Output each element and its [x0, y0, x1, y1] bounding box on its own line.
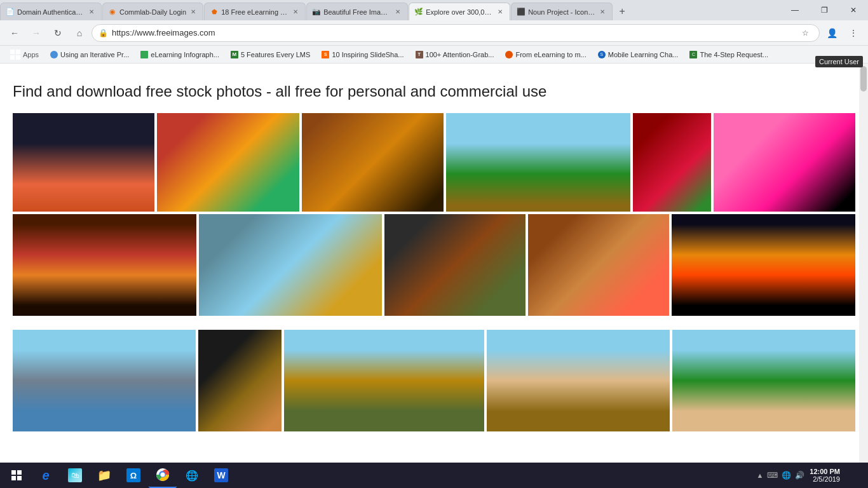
address-bar[interactable]: 🔒 https://www.freeimages.com ☆ [92, 24, 820, 42]
bookmark-4step[interactable]: C The 4-Step Request... [684, 48, 773, 62]
lock-icon: 🔒 [98, 29, 108, 37]
forward-button[interactable]: → [27, 24, 46, 43]
tab-favicon-4: 📷 [312, 8, 321, 17]
photo-tractor[interactable] [446, 113, 630, 212]
bookmark-elearning2[interactable]: From eLearning to m... [500, 48, 591, 62]
show-desktop-button[interactable] [845, 463, 860, 488]
photo-food-plate[interactable] [384, 214, 526, 327]
taskbar: e 🛍 📁 Ω 🌐 W ▲ ⌨ 🌐 🔊 [0, 463, 868, 488]
tab-domain-auth[interactable]: 📄 Domain Authentication ✕ [0, 3, 102, 20]
bookmark-label-4: 5 Features Every LMS [241, 51, 310, 58]
photo-city[interactable] [284, 330, 484, 435]
bookmark-features[interactable]: M 5 Features Every LMS [226, 48, 315, 62]
title-bar: 📄 Domain Authentication ✕ ◉ Commlab-Dail… [0, 0, 868, 20]
photo-img-4 [446, 113, 630, 212]
photo-row-3 [13, 330, 855, 435]
taskbar-start-button[interactable] [3, 463, 31, 488]
new-tab-button[interactable]: + [613, 3, 631, 20]
tab-favicon-2: ◉ [108, 8, 117, 17]
page-heading: Find and download free stock photos - al… [13, 83, 855, 100]
tab-freeimages[interactable]: 🌿 Explore over 300,000 fre... ✕ [409, 3, 510, 20]
photo-beach[interactable] [672, 330, 855, 435]
minimize-button[interactable]: — [780, 0, 810, 20]
photo-img-9 [384, 214, 526, 316]
explorer-icon: 📁 [97, 468, 112, 483]
svg-point-2 [161, 473, 165, 477]
photo-mountain[interactable] [13, 330, 196, 435]
bookmark-apps[interactable]: Apps [5, 48, 44, 62]
bookmark-label-7: From eLearning to m... [515, 51, 586, 58]
main-content: Find and download free stock photos - al… [0, 64, 868, 463]
ie-icon: e [38, 468, 53, 483]
bookmark-label-3: eLearning Infograph... [151, 51, 219, 58]
bookmark-iterative[interactable]: Using an Iterative Pr... [45, 48, 134, 62]
bookmark-favicon-5: S [322, 51, 329, 58]
taskbar-chrome[interactable] [149, 463, 177, 488]
photo-water-splash[interactable] [199, 214, 383, 327]
bookmark-attention[interactable]: T 100+ Attention-Grab... [410, 48, 499, 62]
photo-img-15 [487, 330, 670, 431]
scrollbar[interactable] [859, 64, 868, 463]
current-user-tooltip: Current User [815, 56, 863, 67]
tray-arrow[interactable]: ▲ [756, 471, 763, 479]
tab-favicon-1: 📄 [6, 8, 15, 17]
photo-tulip[interactable] [633, 113, 711, 212]
photo-candle-apple[interactable] [198, 330, 281, 435]
bookmark-slideshare[interactable]: S 10 Inspiring SlideSha... [316, 48, 409, 62]
bookmark-elearning[interactable]: eLearning Infograph... [135, 48, 224, 62]
tab-title-3: 18 Free eLearning and C... [221, 8, 288, 16]
bookmark-favicon-2 [50, 51, 58, 58]
tab-favicon-3: ⬟ [210, 8, 219, 17]
url-text: https://www.freeimages.com [112, 28, 794, 37]
tab-title-6: Noun Project - Icons for... [528, 8, 595, 16]
bookmark-star-button[interactable]: ☆ [797, 25, 813, 41]
tab-favicon-6: ⬛ [517, 8, 526, 17]
photo-sunset-water[interactable] [13, 113, 154, 212]
clock-time: 12:00 PM [810, 468, 840, 475]
nav-bar: ← → ↻ ⌂ 🔒 https://www.freeimages.com ☆ 👤… [0, 20, 868, 46]
tab-commlab[interactable]: ◉ Commlab-Daily Login ✕ [102, 3, 203, 20]
back-button[interactable]: ← [5, 24, 24, 43]
tab-close-3[interactable]: ✕ [291, 8, 300, 17]
refresh-button[interactable]: ↻ [48, 24, 67, 43]
tab-noun[interactable]: ⬛ Noun Project - Icons for... ✕ [511, 3, 613, 20]
photo-img-1 [13, 113, 154, 212]
photo-row-2 [13, 214, 855, 327]
taskbar-word[interactable]: W [207, 463, 235, 488]
tab-title-4: Beautiful Free Images &... [323, 8, 391, 16]
bookmark-label-8: Mobile Learning Cha... [608, 51, 679, 58]
taskbar-outlook[interactable]: Ω [119, 463, 147, 488]
profile-button[interactable]: 👤 [822, 24, 841, 43]
home-button[interactable]: ⌂ [70, 24, 89, 43]
tab-close-2[interactable]: ✕ [189, 8, 198, 17]
maximize-button[interactable]: ❐ [810, 0, 839, 20]
taskbar-store[interactable]: 🛍 [61, 463, 89, 488]
close-button[interactable]: ✕ [839, 0, 868, 20]
scroll-thumb[interactable] [860, 66, 867, 92]
system-tray: ▲ ⌨ 🌐 🔊 [756, 471, 804, 480]
photo-poppies[interactable] [487, 330, 670, 435]
photo-pears[interactable] [302, 113, 444, 212]
tab-close-6[interactable]: ✕ [598, 8, 607, 17]
tab-close-1[interactable]: ✕ [87, 8, 96, 17]
taskbar-network[interactable]: 🌐 [178, 463, 206, 488]
tab-elearning[interactable]: ⬟ 18 Free eLearning and C... ✕ [204, 3, 306, 20]
tab-beautiful[interactable]: 📷 Beautiful Free Images &... ✕ [306, 3, 408, 20]
photo-img-3 [302, 113, 444, 212]
chrome-icon [155, 467, 170, 482]
tab-close-5[interactable]: ✕ [496, 8, 505, 17]
bookmark-favicon-9: C [689, 51, 697, 58]
address-actions: ☆ [797, 25, 813, 41]
photo-sunset-clouds[interactable] [672, 214, 855, 327]
photo-sunset-red[interactable] [13, 214, 196, 327]
taskbar-explorer[interactable]: 📁 [90, 463, 118, 488]
photo-lotus[interactable] [714, 113, 855, 212]
menu-button[interactable]: ⋮ [844, 24, 863, 43]
tab-close-4[interactable]: ✕ [393, 8, 402, 17]
photo-img-16 [672, 330, 855, 431]
photo-sushi[interactable] [157, 113, 299, 212]
taskbar-ie[interactable]: e [32, 463, 60, 488]
system-clock[interactable]: 12:00 PM 2/5/2019 [810, 468, 840, 483]
bookmark-mobile[interactable]: S Mobile Learning Cha... [593, 48, 684, 62]
photo-spider[interactable] [528, 214, 669, 327]
